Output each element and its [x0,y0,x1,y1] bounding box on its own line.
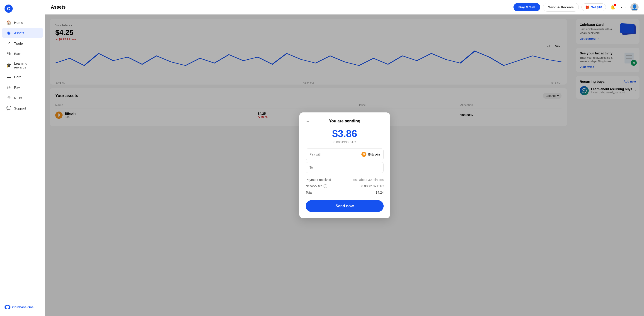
sidebar-item-label: Earn [14,52,21,56]
sidebar-logo: C [0,3,45,17]
pay-with-label: Pay with [310,152,322,156]
sidebar-item-earn[interactable]: % Earn [2,49,43,58]
pay-icon: ◎ [6,85,11,90]
trade-icon: ↗ [6,41,11,46]
network-fee-row: Network fee ? 0.0000197 BTC [306,183,384,189]
pay-with-value: ₿ Bitcoin [362,152,380,157]
sidebar-item-label: Pay [14,86,20,89]
modal-title: You are sending [329,119,360,124]
topbar: Assets Buy & Sell Send & Receive 🎁 Get $… [45,0,644,14]
coinbase-one-badge[interactable]: Coinbase One [2,303,43,312]
content-area: Your balance $4.25 ↘ $0.75 All time 1Y A… [45,14,644,316]
sidebar-item-trade[interactable]: ↗ Trade [2,38,43,48]
nfts-icon: ⊕ [6,95,11,100]
coinbase-one-label: Coinbase One [12,305,34,309]
coinbase-logo[interactable]: C [4,4,13,13]
pay-with-field[interactable]: Pay with ₿ Bitcoin [306,148,384,160]
bitcoin-small-icon: ₿ [362,152,366,157]
sidebar-item-label: Trade [14,42,23,45]
support-icon: 💬 [6,106,11,110]
sidebar-item-label: Support [14,106,26,110]
send-now-button[interactable]: Send now [306,200,384,212]
sidebar-item-home[interactable]: 🏠 Home [2,18,43,27]
total-label: Total [306,191,312,194]
sidebar-item-label: Home [14,21,23,24]
network-fee-info-icon[interactable]: ? [324,184,327,188]
card-icon: ▬ [6,74,11,79]
sidebar-item-pay[interactable]: ◎ Pay [2,82,43,92]
total-row: Total $4.24 [306,189,384,196]
sidebar-item-learning-rewards[interactable]: 🎓 Learning rewards [2,59,43,72]
gift-icon: 🎁 [585,6,589,9]
sidebar-item-card[interactable]: ▬ Card [2,72,43,82]
avatar-icon: 👤 [632,4,638,10]
modal-back-button[interactable]: ← [306,118,310,124]
sidebar-item-nfts[interactable]: ⊕ NFTs [2,93,43,102]
modal-overlay: ← You are sending $3.86 0.0001993 BTC Pa… [45,14,644,316]
coinbase-one-toggle [4,305,10,309]
sidebar-item-assets[interactable]: ◉ Assets [2,28,43,38]
sidebar-item-label: Assets [14,31,24,35]
page-title: Assets [51,4,66,10]
topbar-actions: Buy & Sell Send & Receive 🎁 Get $10 🔔 ⋮⋮… [514,3,638,12]
sidebar-footer: Coinbase One [0,301,45,313]
get-10-label: Get $10 [590,6,602,9]
modal-amount-value: $3.86 [306,128,384,140]
main-content: Assets Buy & Sell Send & Receive 🎁 Get $… [45,0,644,316]
pay-with-currency: Bitcoin [368,152,380,156]
send-modal: ← You are sending $3.86 0.0001993 BTC Pa… [299,112,390,218]
modal-amount-block: $3.86 0.0001993 BTC [306,128,384,144]
payment-received-label: Payment received [306,178,331,182]
modal-header: ← You are sending [306,119,384,124]
sidebar-item-label: NFTs [14,96,22,100]
modal-details: Payment received est. about 30 minutes N… [306,176,384,196]
network-fee-label: Network fee ? [306,184,327,188]
earn-icon: % [6,51,11,56]
network-fee-value: 0.0000197 BTC [362,184,384,188]
buy-sell-button[interactable]: Buy & Sell [514,3,540,11]
notification-dot [614,4,616,6]
to-label: To [310,166,313,169]
notifications-button[interactable]: 🔔 [609,3,617,11]
sidebar-item-label: Learning rewards [14,62,39,69]
toggle-circle [6,306,9,309]
sidebar-item-label: Card [14,75,22,79]
sidebar-item-support[interactable]: 💬 Support [2,103,43,113]
total-value: $4.24 [376,191,384,194]
send-receive-button[interactable]: Send & Receive [543,3,579,12]
avatar-button[interactable]: 👤 [630,3,638,11]
sidebar: C 🏠 Home ◉ Assets ↗ Trade % Earn 🎓 Learn… [0,0,45,316]
grid-menu-button[interactable]: ⋮⋮ [620,3,628,11]
payment-received-value: est. about 30 minutes [353,178,384,182]
assets-icon: ◉ [6,30,11,35]
to-field[interactable]: To [306,162,384,173]
get-10-button[interactable]: 🎁 Get $10 [582,4,606,11]
learning-icon: 🎓 [6,63,11,68]
modal-amount-btc: 0.0001993 BTC [306,140,384,144]
home-icon: 🏠 [6,20,11,25]
payment-received-row: Payment received est. about 30 minutes [306,176,384,183]
